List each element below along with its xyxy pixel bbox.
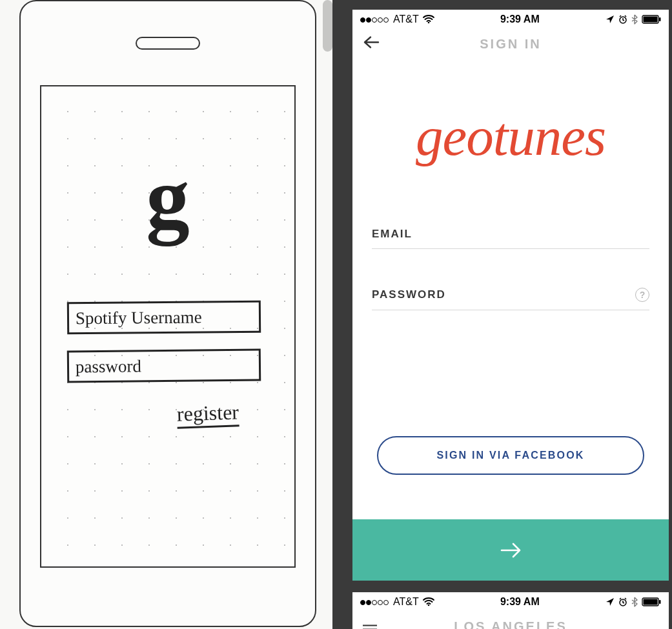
password-input[interactable]: password [67,348,261,383]
back-button[interactable] [363,34,380,54]
bluetooth-icon [631,597,638,607]
status-bar: AT&T 9:39 AM [352,10,669,29]
svg-rect-8 [644,599,658,605]
page-title: SIGN IN [480,37,541,52]
alarm-icon [618,597,627,606]
password-help-icon[interactable]: ? [635,288,649,302]
username-input[interactable]: Spotify Username [67,301,261,335]
sketch-speaker-icon [136,37,200,50]
signal-dots-icon [360,14,389,25]
svg-rect-3 [644,17,658,23]
facebook-signin-button[interactable]: SIGN IN VIA FACEBOOK [377,436,644,475]
password-label: PASSWORD [372,288,446,301]
menu-button[interactable] [363,624,377,629]
signin-screen: AT&T 9:39 AM [352,10,669,581]
carrier-label: AT&T [393,14,419,25]
battery-icon [642,15,661,24]
email-field[interactable]: EMAIL [372,219,649,249]
email-label: EMAIL [372,228,412,241]
wifi-icon [423,15,434,24]
sketch-screen: g Spotify Username password register [40,85,296,568]
battery-icon [642,597,661,606]
svg-rect-4 [659,17,661,21]
nav-bar: LOS ANGELES [352,612,669,629]
statusbar-time: 9:39 AM [500,596,540,608]
svg-point-5 [427,604,429,606]
continue-button[interactable] [352,519,669,581]
signin-form: EMAIL PASSWORD ? [372,219,649,310]
location-icon [606,15,615,24]
alarm-icon [618,15,627,24]
second-screen: AT&T 9:39 AM [352,592,669,629]
nav-bar: SIGN IN [352,29,669,59]
app-logo: g [146,154,190,241]
sketch-phone-outline: g Spotify Username password register [19,0,316,627]
svg-point-0 [427,22,429,24]
register-link[interactable]: register [176,400,239,428]
arrow-right-icon [498,540,524,561]
brand-logo: geotunes [352,109,669,164]
statusbar-time: 9:39 AM [500,14,540,25]
password-field[interactable]: PASSWORD ? [372,279,649,310]
location-icon [606,597,615,606]
page-title: LOS ANGELES [454,619,567,630]
svg-rect-9 [659,600,661,604]
signal-dots-icon [360,596,389,608]
scrollbar[interactable] [323,0,332,52]
mockup-panel: AT&T 9:39 AM [332,0,672,629]
carrier-label: AT&T [393,596,419,608]
bluetooth-icon [631,14,638,25]
status-bar: AT&T 9:39 AM [352,592,669,612]
wifi-icon [423,597,434,606]
sketch-panel: g Spotify Username password register [0,0,332,629]
